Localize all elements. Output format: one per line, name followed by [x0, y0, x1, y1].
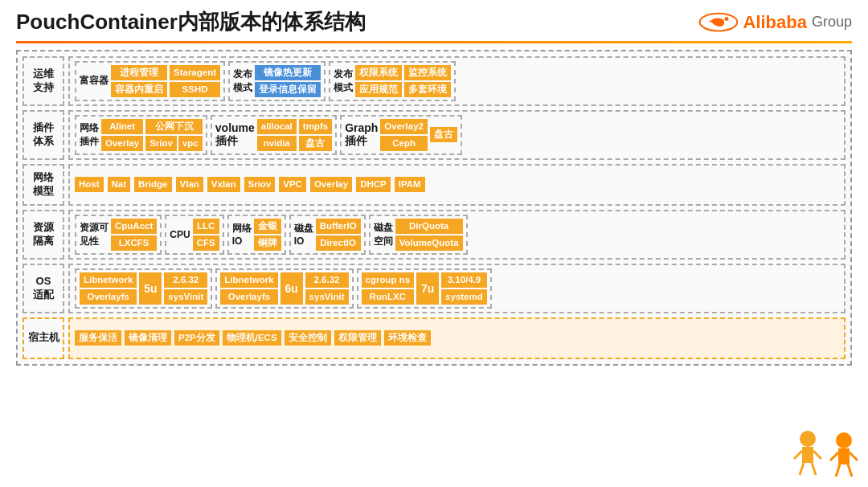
- sriov-vpc-group: Sriov vpc: [145, 136, 203, 151]
- graph-label: Graph插件: [345, 121, 378, 149]
- ceph-box: Ceph: [380, 136, 428, 151]
- res-visible-section: 资源可见性 CpuAcct LXCFS: [75, 215, 162, 255]
- ipam-box: IPAM: [395, 177, 425, 192]
- 5u-right-stack: 2.6.32 sysVinit: [164, 272, 207, 305]
- resource-row: 资源隔离 资源可见性 CpuAcct LXCFS CPU LLC CFS 网络: [23, 210, 845, 260]
- res-visible-label: 资源可见性: [80, 221, 108, 248]
- env-check-box: 环境检查: [384, 330, 431, 346]
- svg-line-11: [850, 452, 858, 460]
- cgroupns-box: cgroup ns: [362, 272, 415, 288]
- host-row: 宿主机 服务保活 镜像清理 P2P分发 物理机/ECS 安全控制 权限管理 环境…: [23, 317, 845, 359]
- page-title: PouchContainer内部版本的体系结构: [16, 8, 366, 36]
- host-label: 宿主机: [23, 317, 64, 359]
- llc-box: LLC: [193, 219, 219, 234]
- ops-content: 富容器 进程管理 容器内重启 Staragent SSHD 发布模式 镜像热更新…: [68, 56, 845, 106]
- alinet-group: Alinet Overlay: [101, 119, 143, 151]
- publish1-label: 发布模式: [233, 68, 252, 95]
- svg-line-7: [812, 463, 816, 475]
- vpc-net-box: VPC: [279, 177, 306, 192]
- svg-rect-3: [802, 447, 813, 463]
- app-spec-box: 应用规范: [355, 82, 402, 97]
- dhcp-box: DHCP: [356, 177, 391, 192]
- nat-box: Nat: [108, 177, 131, 192]
- pangu-box: 盘古: [430, 127, 457, 142]
- volume-boxes: alilocal nvidia: [257, 119, 297, 151]
- cpu-label: CPU: [170, 229, 190, 240]
- bufferio-box: BufferIO: [316, 219, 361, 234]
- os-label: OS适配: [23, 264, 64, 313]
- svg-line-10: [830, 452, 838, 460]
- 5u-num: 5u: [139, 272, 162, 305]
- network-label: 网络模型: [23, 164, 64, 206]
- 7u-right-stack: 3.10/4.9 systemd: [441, 272, 487, 305]
- architecture-diagram: 运维支持 富容器 进程管理 容器内重启 Staragent SSHD 发布模式 …: [16, 50, 852, 366]
- header: PouchContainer内部版本的体系结构 Alibaba Group: [0, 0, 868, 41]
- volume-section: volume插件 alilocal nvidia tmpfs 盘古: [211, 115, 337, 155]
- 6u-num: 6u: [280, 272, 303, 305]
- resource-content: 资源可见性 CpuAcct LXCFS CPU LLC CFS 网络IO 金银: [68, 210, 845, 260]
- libnetwork-5u-box: Libnetwork: [80, 272, 137, 288]
- diskspace-section: 磁盘空间 DirQuota VolumeQuota: [369, 215, 468, 255]
- 7u-section: cgroup ns RunLXC 7u 3.10/4.9 systemd: [357, 268, 492, 309]
- mirror-clean-box: 镜像清理: [125, 330, 171, 346]
- vpc-box: vpc: [178, 136, 203, 151]
- cpu-section: CPU LLC CFS: [165, 215, 223, 255]
- svg-point-2: [800, 431, 816, 447]
- netio-label: 网络IO: [232, 222, 252, 247]
- monitor-system-box: 监控系统: [404, 65, 451, 80]
- net-plugin-label: 网络插件: [80, 121, 99, 149]
- runlxc-box: RunLXC: [362, 289, 415, 305]
- directio-box: DirectIO: [316, 235, 361, 251]
- auth-system-box: 权限系统: [355, 65, 402, 80]
- svg-line-13: [848, 464, 852, 477]
- 6u-stack: Libnetwork Overlayfs: [220, 272, 277, 305]
- decorative-characters: [788, 423, 868, 487]
- alibaba-group: Group: [812, 14, 852, 31]
- diskio-section: 磁盘IO BufferIO DirectIO: [289, 215, 366, 255]
- svg-line-4: [794, 451, 802, 459]
- bridge-box: Bridge: [134, 177, 171, 192]
- volumequota-box: VolumeQuota: [395, 235, 463, 251]
- sshd-box: SSHD: [170, 82, 220, 97]
- graph-section: Graph插件 Overlay2 Ceph 盘古: [340, 115, 462, 155]
- plugin-content: 网络插件 Alinet Overlay 公网下沉 Sriov vpc volum…: [68, 110, 845, 160]
- svg-line-12: [836, 464, 840, 477]
- physical-ecs-box: 物理机/ECS: [223, 330, 281, 346]
- cpuacct-box: CpuAcct: [111, 219, 157, 234]
- vxlan-box: Vxlan: [207, 177, 240, 192]
- overlayfs-5u-box: Overlayfs: [80, 289, 137, 305]
- volume-label: volume插件: [215, 121, 255, 149]
- container-restart-box: 容器内重启: [111, 82, 167, 97]
- header-divider: [16, 41, 852, 43]
- login-info-box: 登录信息保留: [255, 82, 321, 97]
- ops-label: 运维支持: [23, 56, 64, 106]
- furongqi-section: 富容器 进程管理 容器内重启 Staragent SSHD: [75, 61, 225, 101]
- p2p-box: P2P分发: [174, 330, 219, 346]
- diskspace-label: 磁盘空间: [374, 221, 393, 248]
- sriov-net-box: Sriov: [244, 177, 276, 192]
- svg-rect-9: [838, 448, 850, 464]
- 6u-section: Libnetwork Overlayfs 6u 2.6.32 sysVinit: [215, 268, 353, 309]
- os2-2632-box: 2.6.32: [305, 272, 349, 288]
- nvidia-box: nvidia: [257, 136, 297, 151]
- multi-env-box: 多套环境: [404, 82, 451, 97]
- 6u-right-stack: 2.6.32 sysVinit: [305, 272, 349, 305]
- 5u-stack: Libnetwork Overlayfs: [80, 272, 137, 305]
- publish2-boxes: 权限系统 应用规范: [355, 65, 402, 97]
- publish1-section: 发布模式 镜像热更新 登录信息保留: [228, 61, 326, 101]
- volume-pangu-box: 盘古: [299, 136, 332, 151]
- publish2-section: 发布模式 权限系统 应用规范 监控系统 多套环境: [329, 61, 456, 101]
- publish2-label: 发布模式: [334, 68, 353, 95]
- dirquota-group: DirQuota VolumeQuota: [395, 219, 463, 251]
- tmpfs-group: tmpfs 盘古: [299, 119, 332, 151]
- overlay-box: Overlay: [101, 136, 143, 151]
- plugin-row: 插件体系 网络插件 Alinet Overlay 公网下沉 Sriov vpc: [23, 110, 845, 160]
- alibaba-logo-icon: [698, 10, 739, 35]
- dirquota-box: DirQuota: [395, 219, 463, 234]
- svg-point-1: [724, 16, 728, 20]
- bufferio-group: BufferIO DirectIO: [316, 219, 361, 251]
- gongwang-group: 公网下沉 Sriov vpc: [145, 119, 203, 151]
- overlay2-box: Overlay2: [380, 119, 428, 134]
- 7u-num: 7u: [416, 272, 439, 305]
- auth-mgmt-box: 权限管理: [334, 330, 381, 346]
